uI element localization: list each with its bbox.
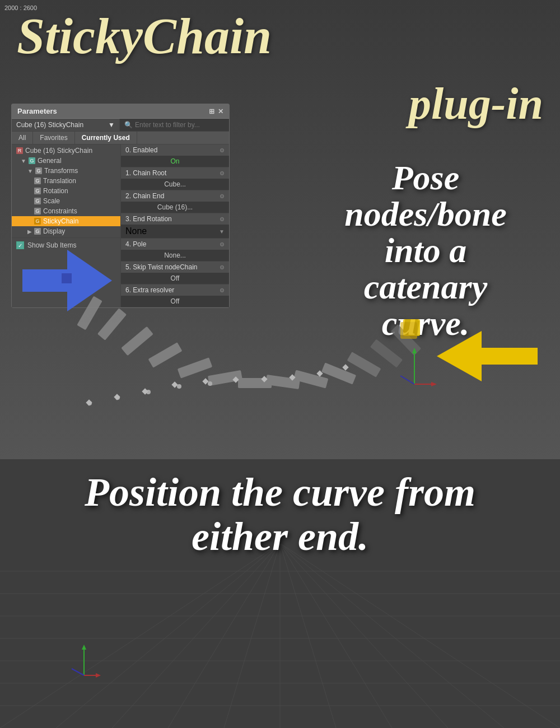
tree-translation-label: Translation bbox=[43, 177, 76, 185]
tree-display-label: Display bbox=[43, 227, 65, 235]
tab-all[interactable]: All bbox=[12, 132, 33, 144]
params-title: Parameters bbox=[17, 107, 57, 115]
svg-rect-23 bbox=[171, 381, 178, 388]
tree-item-display[interactable]: ▶ G Display bbox=[12, 226, 120, 236]
gear-icon-0[interactable]: ⚙ bbox=[220, 147, 225, 153]
bottom-text: Position the curve from either end. bbox=[0, 470, 560, 559]
param-pole-value[interactable]: None... bbox=[121, 250, 229, 261]
pose-line2: nodes/bone bbox=[344, 195, 506, 233]
param-chain-root-value[interactable]: Cube... bbox=[121, 179, 229, 190]
param-enabled-value[interactable]: On bbox=[121, 156, 229, 167]
svg-line-45 bbox=[0, 543, 280, 728]
gear-icon-3[interactable]: ⚙ bbox=[220, 216, 225, 222]
gear-icon-2[interactable]: ⚙ bbox=[220, 193, 225, 199]
pose-line1: Pose bbox=[392, 158, 460, 197]
tree-rotation-label: Rotation bbox=[43, 187, 68, 195]
dropdown-value: Cube (16) StickyChain bbox=[16, 121, 83, 129]
tree-item-transforms[interactable]: ▼ G Transforms bbox=[12, 166, 120, 176]
param-enabled-header: 0. Enabled ⚙ bbox=[121, 144, 229, 156]
tree-general-label: General bbox=[38, 157, 62, 165]
svg-marker-57 bbox=[82, 645, 86, 650]
svg-line-37 bbox=[400, 376, 414, 384]
rotation-icon: G bbox=[34, 188, 41, 194]
param-end-rotation: 3. End Rotation ⚙ None ▼ bbox=[121, 213, 229, 239]
display-icon: G bbox=[34, 228, 41, 235]
top-section: 2000 : 2600 StickyChain plug-in Paramete… bbox=[0, 0, 560, 459]
tree-item-general[interactable]: ▼ G General bbox=[12, 156, 120, 166]
close-icon[interactable]: ✕ bbox=[218, 108, 223, 115]
param-chain-end: 2. Chain End ⚙ Cube (16)... bbox=[121, 190, 229, 213]
svg-line-52 bbox=[280, 543, 392, 728]
search-bar: 🔍 bbox=[120, 119, 229, 131]
svg-line-54 bbox=[280, 543, 504, 728]
title-plugin: plug-in bbox=[409, 78, 543, 129]
svg-rect-24 bbox=[202, 378, 208, 384]
tree-item-scale[interactable]: G Scale bbox=[12, 196, 120, 206]
param-chain-root: 1. Chain Root ⚙ Cube... bbox=[121, 167, 229, 190]
params-header: Parameters ⊞ ✕ bbox=[12, 104, 229, 119]
param-pole-label: 4. Pole bbox=[125, 240, 146, 248]
gear-icon-1[interactable]: ⚙ bbox=[220, 170, 225, 176]
svg-rect-5 bbox=[148, 342, 183, 368]
params-tabs: All Favorites Currently Used bbox=[12, 132, 229, 144]
param-end-rotation-header: 3. End Rotation ⚙ bbox=[121, 213, 229, 225]
bottom-line1: Position the curve from bbox=[85, 470, 475, 515]
param-enabled-label: 0. Enabled bbox=[125, 146, 157, 154]
node-dropdown[interactable]: Cube (16) StickyChain ▼ bbox=[12, 119, 120, 131]
svg-marker-36 bbox=[431, 382, 437, 386]
svg-marker-34 bbox=[412, 348, 417, 353]
tree-item-translation[interactable]: G Translation bbox=[12, 176, 120, 186]
tree-item-rotation[interactable]: G Rotation bbox=[12, 186, 120, 196]
end-rotation-val: None bbox=[125, 226, 147, 236]
tree-root-label: Cube (16) StickyChain bbox=[25, 147, 92, 155]
tree-item-constraints[interactable]: G Constraints bbox=[12, 206, 120, 216]
transforms-icon: G bbox=[35, 167, 42, 174]
arrow-right: ▶ bbox=[27, 228, 32, 235]
svg-rect-31 bbox=[400, 322, 417, 339]
tab-favorites[interactable]: Favorites bbox=[33, 132, 74, 144]
svg-rect-3 bbox=[97, 308, 127, 340]
constraints-icon: G bbox=[34, 208, 41, 214]
search-input[interactable] bbox=[135, 121, 208, 129]
svg-point-19 bbox=[208, 381, 212, 386]
tree-constraints-label: Constraints bbox=[43, 207, 77, 215]
arrow-down: ▼ bbox=[21, 158, 26, 164]
svg-line-47 bbox=[112, 543, 280, 728]
end-rotation-arrow: ▼ bbox=[219, 228, 225, 235]
general-icon: G bbox=[29, 157, 35, 164]
chain-visualization bbox=[56, 263, 448, 431]
svg-line-51 bbox=[280, 543, 336, 728]
param-chain-end-header: 2. Chain End ⚙ bbox=[121, 190, 229, 202]
search-icon: 🔍 bbox=[124, 121, 133, 129]
gear-icon-4[interactable]: ⚙ bbox=[220, 241, 225, 248]
svg-marker-59 bbox=[96, 673, 101, 678]
dropdown-arrow: ▼ bbox=[108, 121, 115, 129]
stickychain-icon: G bbox=[34, 218, 41, 225]
svg-line-60 bbox=[72, 669, 84, 675]
svg-rect-2 bbox=[77, 296, 102, 330]
yellow-arrow bbox=[426, 323, 549, 392]
svg-rect-20 bbox=[86, 399, 92, 405]
param-chain-end-value[interactable]: Cube (16)... bbox=[121, 202, 229, 213]
svg-marker-32 bbox=[437, 331, 538, 381]
bottom-section: Position the curve from either end. bbox=[0, 459, 560, 728]
tree-item-root[interactable]: R Cube (16) StickyChain bbox=[12, 146, 120, 156]
params-header-icons: ⊞ ✕ bbox=[209, 108, 223, 115]
svg-rect-4 bbox=[121, 326, 153, 356]
svg-line-48 bbox=[168, 543, 280, 728]
tree-item-stickychain[interactable]: G StickyChain bbox=[12, 216, 120, 226]
param-enabled: 0. Enabled ⚙ On bbox=[121, 144, 229, 167]
tab-currently-used[interactable]: Currently Used bbox=[75, 132, 137, 144]
param-chain-end-label: 2. Chain End bbox=[125, 192, 164, 200]
param-end-rotation-value[interactable]: None ▼ bbox=[121, 225, 229, 238]
bottom-line2: either end. bbox=[192, 514, 368, 559]
svg-line-53 bbox=[280, 543, 448, 728]
filter-icon[interactable]: ⊞ bbox=[209, 108, 214, 115]
param-pole-header: 4. Pole ⚙ bbox=[121, 239, 229, 250]
tree-scale-label: Scale bbox=[43, 197, 60, 205]
scale-icon: G bbox=[34, 198, 41, 204]
root-icon: R bbox=[16, 147, 23, 154]
svg-rect-29 bbox=[342, 364, 348, 370]
coord-axes-top bbox=[398, 345, 437, 392]
tree-stickychain-label: StickyChain bbox=[43, 217, 78, 225]
